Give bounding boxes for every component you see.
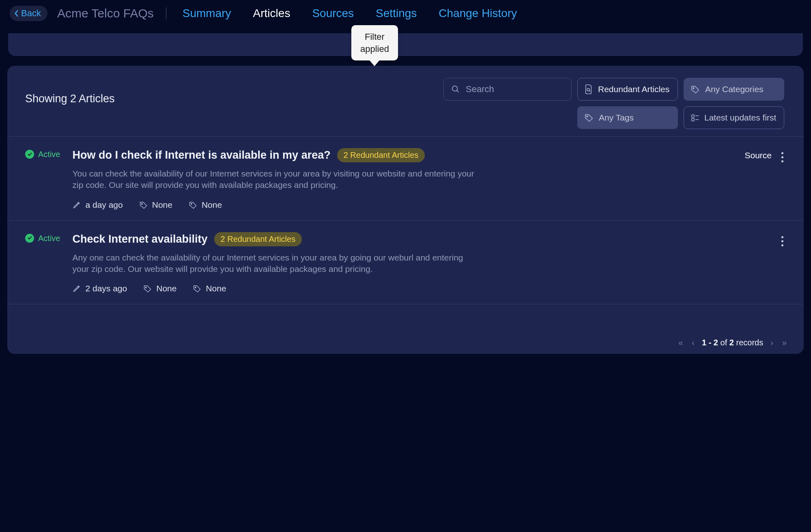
filter-applied-tooltip: Filter applied	[351, 25, 398, 60]
back-label: Back	[21, 8, 41, 19]
filter-group: Redundant Articles Any Categories Any Ta…	[443, 78, 784, 129]
article-title[interactable]: Check Internet availability	[72, 233, 207, 246]
previous-card-edge	[8, 33, 803, 56]
tag-icon	[584, 113, 594, 122]
svg-rect-7	[692, 118, 694, 121]
filter-label: Any Categories	[705, 84, 764, 94]
range-value: 1 - 2	[702, 338, 718, 347]
filter-any-tags[interactable]: Any Tags	[577, 106, 678, 129]
tag-icon	[139, 201, 148, 209]
pencil-icon	[72, 200, 81, 209]
tag-meta: None	[193, 284, 226, 293]
category-meta: None	[139, 200, 172, 210]
toolbar: Showing 2 Articles Redundant Articles An…	[7, 66, 804, 136]
check-circle-icon	[25, 234, 34, 243]
of-word: of	[721, 338, 727, 347]
status-label: Active	[38, 234, 60, 243]
page-title: Acme Telco FAQs	[57, 6, 154, 20]
page-last-button[interactable]: »	[781, 337, 788, 348]
total-value: 2	[729, 338, 734, 347]
article-body: Check Internet availability 2 Redundant …	[72, 232, 768, 294]
more-menu-button[interactable]	[780, 151, 785, 164]
page-range: 1 - 2 of 2 records	[702, 338, 763, 347]
filter-label: Latest updates first	[704, 113, 776, 123]
svg-point-2	[587, 88, 589, 91]
nav-tabs: Summary Articles Sources Settings Change…	[183, 7, 517, 20]
pencil-icon	[72, 284, 81, 293]
category-meta: None	[143, 284, 176, 293]
filter-label: Redundant Articles	[598, 84, 669, 94]
document-search-icon	[584, 84, 593, 95]
filter-any-categories[interactable]: Any Categories	[684, 78, 784, 101]
status: Active	[25, 148, 60, 210]
edited-value: 2 days ago	[85, 284, 127, 293]
svg-point-0	[452, 86, 458, 91]
page-first-button[interactable]: «	[677, 337, 684, 348]
tab-summary[interactable]: Summary	[183, 7, 231, 20]
edited-meta: 2 days ago	[72, 284, 127, 293]
tooltip-line: applied	[360, 43, 389, 55]
svg-point-4	[693, 88, 694, 89]
svg-rect-6	[692, 115, 694, 117]
showing-count: Showing 2 Articles	[25, 93, 115, 105]
back-button[interactable]: Back	[10, 6, 47, 21]
more-menu-button[interactable]	[780, 235, 785, 248]
article-meta: a day ago None None	[72, 200, 732, 210]
article-row: Active How do I check if Internet is ava…	[7, 137, 804, 221]
sort-icon	[691, 113, 699, 122]
status: Active	[25, 232, 60, 294]
svg-point-12	[191, 203, 192, 205]
edited-meta: a day ago	[72, 200, 123, 210]
articles-card: Filter applied Showing 2 Articles Redund…	[7, 66, 804, 354]
search-icon	[451, 85, 460, 94]
search-box[interactable]	[443, 78, 572, 101]
article-description: Any one can check the availability of ou…	[72, 252, 478, 275]
tag-icon	[691, 85, 700, 94]
tag-meta: None	[189, 200, 222, 210]
article-list: Active How do I check if Internet is ava…	[7, 136, 804, 334]
tag-icon	[143, 284, 152, 293]
svg-point-14	[146, 287, 147, 289]
svg-point-15	[195, 287, 196, 289]
redundant-badge[interactable]: 2 Redundant Articles	[214, 232, 302, 246]
filter-label: Any Tags	[599, 113, 634, 123]
svg-point-5	[587, 116, 588, 117]
category-value: None	[152, 200, 172, 210]
tab-articles[interactable]: Articles	[253, 7, 290, 20]
article-body: How do I check if Internet is available …	[72, 148, 732, 210]
filter-redundant-articles[interactable]: Redundant Articles	[577, 78, 678, 101]
chevron-left-icon	[14, 10, 19, 17]
status-label: Active	[38, 150, 60, 159]
tab-settings[interactable]: Settings	[376, 7, 417, 20]
category-value: None	[156, 284, 176, 293]
pagination: « ‹ 1 - 2 of 2 records › »	[7, 334, 804, 354]
check-circle-icon	[25, 150, 34, 159]
tag-value: None	[206, 284, 226, 293]
article-actions	[780, 232, 785, 294]
page-prev-button[interactable]: ‹	[690, 337, 696, 348]
tooltip-line: Filter	[360, 31, 389, 43]
article-row: Active Check Internet availability 2 Red…	[7, 221, 804, 305]
records-word: records	[736, 338, 764, 347]
edited-value: a day ago	[85, 200, 123, 210]
svg-point-11	[141, 203, 142, 205]
divider	[166, 7, 166, 19]
redundant-badge[interactable]: 2 Redundant Articles	[337, 148, 425, 162]
article-description: You can check the availability of our In…	[72, 168, 478, 191]
page-next-button[interactable]: ›	[769, 337, 775, 348]
top-header: Back Acme Telco FAQs Summary Articles So…	[0, 0, 811, 33]
svg-line-3	[589, 91, 590, 92]
article-meta: 2 days ago None None	[72, 284, 768, 293]
filter-sort-latest[interactable]: Latest updates first	[684, 106, 784, 129]
tag-icon	[189, 201, 198, 209]
tag-value: None	[202, 200, 222, 210]
tag-icon	[193, 284, 202, 293]
article-actions: Source	[744, 148, 785, 210]
article-title[interactable]: How do I check if Internet is available …	[72, 149, 330, 162]
source-link[interactable]: Source	[744, 151, 772, 160]
search-input[interactable]	[466, 84, 564, 95]
tab-change-history[interactable]: Change History	[439, 7, 517, 20]
tab-sources[interactable]: Sources	[312, 7, 354, 20]
svg-line-1	[457, 90, 459, 93]
